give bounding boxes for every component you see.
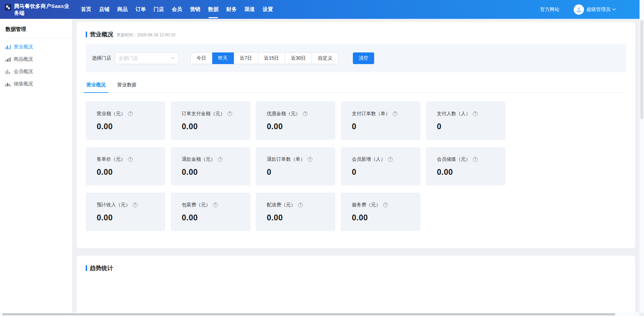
stat-card-paid-orders: 支付订单数（单）? 0 xyxy=(341,101,420,140)
range-button-30days[interactable]: 近30日 xyxy=(285,52,312,64)
help-icon[interactable]: ? xyxy=(128,157,133,162)
help-icon[interactable]: ? xyxy=(298,203,303,207)
stat-value: 0 xyxy=(352,122,417,131)
sidebar-item-business-overview[interactable]: 营业概况 xyxy=(0,41,72,53)
stat-value: 0.00 xyxy=(97,168,162,177)
range-button-15days[interactable]: 近15日 xyxy=(258,52,285,64)
person-icon xyxy=(575,6,582,13)
help-icon[interactable]: ? xyxy=(393,111,397,116)
help-icon[interactable]: ? xyxy=(213,203,218,207)
brand-logo-icon xyxy=(5,4,11,11)
nav-item-home[interactable]: 首页 xyxy=(80,5,92,14)
stat-label: 客单价（元） xyxy=(97,156,126,162)
help-icon[interactable]: ? xyxy=(218,157,223,162)
main-content: 营业概况 更新时间：2025-06-18 12:00:10 选择门店 今日 昨天… xyxy=(72,19,644,316)
stat-card-service-fee: 服务费（元）? 0.00 xyxy=(341,193,420,231)
sidebar-item-stored-value-overview[interactable]: 储值概况 xyxy=(0,78,72,90)
stat-card-new-members: 会员新增（人）? 0 xyxy=(341,147,420,185)
nav-item-channels[interactable]: 渠道 xyxy=(244,5,255,14)
top-navbar: 腾马餐饮多商户Saas业务端 首页 店铺 商品 订单 门店 会员 营销 数据 财… xyxy=(0,0,644,19)
stat-card-refund-orders: 退款订单数（单）? 0 xyxy=(256,147,335,185)
update-time-value: 2025-06-18 12:00:10 xyxy=(137,33,175,37)
title-accent-bar xyxy=(86,265,87,271)
bar-chart-icon xyxy=(5,70,11,74)
help-icon[interactable]: ? xyxy=(227,111,232,116)
stat-card-order-paid-amount: 订单支付金额（元）? 0.00 xyxy=(171,101,250,140)
nav-item-stores[interactable]: 门店 xyxy=(153,5,165,14)
range-button-7days[interactable]: 近7日 xyxy=(234,52,258,64)
stat-card-member-stored-value: 会员储值（元）? 0.00 xyxy=(426,147,505,185)
horizontal-scrollbar-thumb[interactable] xyxy=(2,313,615,315)
stat-card-delivery-fee: 配送费（元）? 0.00 xyxy=(256,193,335,231)
filter-bar: 选择门店 今日 昨天 近7日 近15日 近30日 自定义 清空 xyxy=(86,44,626,72)
title-accent-bar xyxy=(86,32,87,37)
chevron-down-icon[interactable] xyxy=(612,8,616,11)
sidebar-title: 数据管理 xyxy=(0,19,72,38)
stat-card-packaging-fee: 包装费（元）? 0.00 xyxy=(171,193,250,231)
help-icon[interactable]: ? xyxy=(303,111,308,116)
stat-value: 0.00 xyxy=(437,168,502,177)
stat-card-discount-amount: 优惠金额（元）? 0.00 xyxy=(256,101,335,140)
stat-card-revenue: 营业额（元）? 0.00 xyxy=(86,101,165,140)
sidebar-item-member-overview[interactable]: 会员概况 xyxy=(0,65,72,78)
overview-tabs: 营业概况 营业数据 xyxy=(86,79,626,93)
store-select-input[interactable] xyxy=(119,56,171,61)
stat-label: 配送费（元） xyxy=(267,202,296,208)
range-button-yesterday[interactable]: 昨天 xyxy=(212,52,234,64)
tab-business-data[interactable]: 营业数据 xyxy=(117,79,137,93)
panel-header: 趋势统计 xyxy=(77,264,635,272)
nav-item-goods[interactable]: 商品 xyxy=(117,5,128,14)
sidebar-item-label: 商品概况 xyxy=(14,56,33,62)
nav-item-shop[interactable]: 店铺 xyxy=(98,5,110,14)
nav-item-members[interactable]: 会员 xyxy=(171,5,183,14)
stat-label: 支付订单数（单） xyxy=(352,111,390,117)
stat-label: 支付人数（人） xyxy=(437,111,470,117)
date-range-group: 今日 昨天 近7日 近15日 近30日 自定义 xyxy=(190,52,338,64)
bar-chart-icon xyxy=(5,57,11,62)
stat-card-avg-order-value: 客单价（元）? 0.00 xyxy=(86,147,165,185)
nav-item-orders[interactable]: 订单 xyxy=(135,5,146,14)
nav-item-data[interactable]: 数据 xyxy=(207,5,219,14)
sidebar-item-label: 会员概况 xyxy=(14,69,33,75)
sidebar-item-goods-overview[interactable]: 商品概况 xyxy=(0,53,72,65)
stat-label: 退款金额（元） xyxy=(182,156,215,162)
stat-label: 营业额（元） xyxy=(97,111,126,117)
help-icon[interactable]: ? xyxy=(388,157,393,162)
store-select-label: 选择门店 xyxy=(92,55,111,61)
vertical-scrollbar-thumb[interactable] xyxy=(640,20,643,119)
main-nav: 首页 店铺 商品 订单 门店 会员 营销 数据 财务 渠道 设置 xyxy=(80,5,274,14)
chevron-down-icon xyxy=(171,57,175,60)
range-button-custom[interactable]: 自定义 xyxy=(312,52,338,64)
nav-item-finance[interactable]: 财务 xyxy=(226,5,237,14)
bar-chart-icon xyxy=(5,82,11,86)
help-icon[interactable]: ? xyxy=(133,203,138,207)
store-select[interactable] xyxy=(115,52,179,64)
horizontal-scrollbar-track[interactable] xyxy=(0,313,640,316)
trend-title: 趋势统计 xyxy=(90,264,113,272)
stat-value: 0.00 xyxy=(182,168,247,177)
user-avatar[interactable] xyxy=(574,4,584,15)
help-icon[interactable]: ? xyxy=(473,111,478,116)
stat-value: 0.00 xyxy=(182,122,247,131)
help-icon[interactable]: ? xyxy=(383,203,388,207)
official-website-link[interactable]: 官方网站 xyxy=(540,7,559,13)
stat-value: 0 xyxy=(437,122,502,131)
help-icon[interactable]: ? xyxy=(473,157,478,162)
range-button-today[interactable]: 今日 xyxy=(190,52,212,64)
vertical-scrollbar-track[interactable] xyxy=(640,0,644,313)
nav-item-marketing[interactable]: 营销 xyxy=(189,5,201,14)
stat-label: 服务费（元） xyxy=(352,202,381,208)
stat-card-paying-customers: 支付人数（人）? 0 xyxy=(426,101,505,140)
nav-item-settings[interactable]: 设置 xyxy=(262,5,274,14)
help-icon[interactable]: ? xyxy=(128,111,133,116)
brand-title: 腾马餐饮多商户Saas业务端 xyxy=(14,3,72,16)
help-icon[interactable]: ? xyxy=(308,157,312,162)
user-name[interactable]: 超级管理员 xyxy=(586,7,610,13)
clear-button[interactable]: 清空 xyxy=(353,52,374,64)
panel-header: 营业概况 更新时间：2025-06-18 12:00:10 xyxy=(77,22,635,38)
tab-business-overview[interactable]: 营业概况 xyxy=(86,79,106,93)
stat-label: 退款订单数（单） xyxy=(267,156,305,162)
page-title: 营业概况 xyxy=(90,31,113,38)
stat-value: 0.00 xyxy=(97,122,162,131)
sidebar-divider xyxy=(5,38,72,38)
